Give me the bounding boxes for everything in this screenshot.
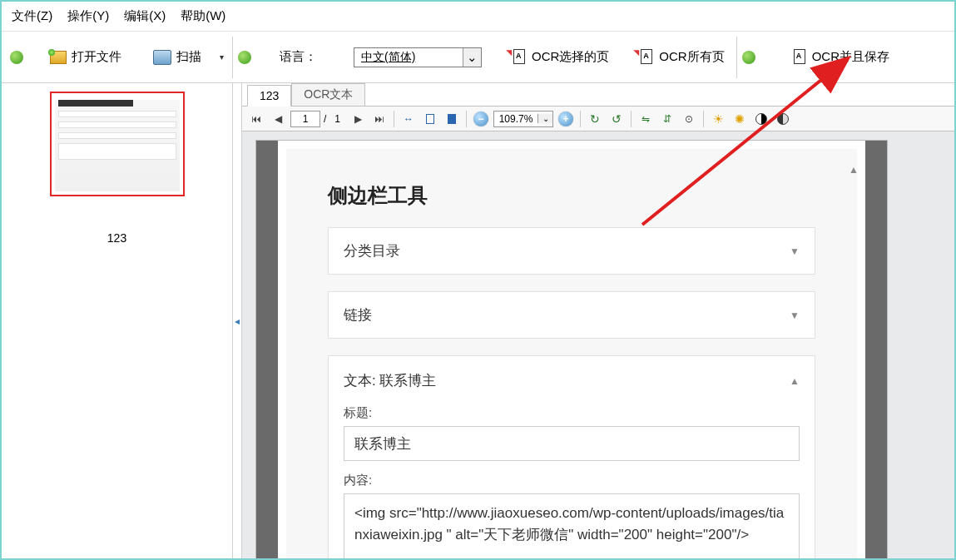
language-select[interactable]: 中文(简体) ⌄ bbox=[354, 47, 482, 67]
right-pane: 123 OCR文本 ⏮ ◀ / 1 ▶ ⏭ ↔ − ⌄ bbox=[241, 83, 954, 558]
ocr-page-icon bbox=[510, 49, 527, 66]
step-2-icon bbox=[238, 51, 251, 64]
scan-button[interactable]: 扫描 bbox=[146, 46, 208, 68]
tab-image[interactable]: 123 bbox=[247, 85, 291, 107]
zoom-value[interactable] bbox=[494, 113, 537, 125]
tab-ocr-text[interactable]: OCR文本 bbox=[291, 83, 365, 106]
rotate-right-button[interactable]: ↺ bbox=[607, 110, 626, 128]
ocr-save-button[interactable]: OCR并且保存 bbox=[784, 46, 896, 69]
main-toolbar: 打开文件 扫描 ▾ 语言： 中文(简体) ⌄ OCR选择的页 bbox=[2, 32, 954, 83]
deskew-button[interactable]: ⊙ bbox=[680, 110, 698, 128]
actual-size-button[interactable] bbox=[443, 110, 461, 128]
step-1-icon bbox=[10, 51, 23, 64]
splitter-arrow-icon: ◂ bbox=[235, 315, 240, 327]
ocr-selected-label: OCR选择的页 bbox=[532, 49, 609, 65]
accordion-categories[interactable]: 分类目录 ▼ bbox=[328, 227, 815, 275]
ocr-save-icon bbox=[790, 49, 807, 66]
flip-v-button[interactable]: ⇵ bbox=[658, 110, 676, 128]
menu-action[interactable]: 操作(Y) bbox=[66, 5, 111, 27]
chevron-down-icon: ▼ bbox=[790, 245, 800, 257]
document-scroll[interactable]: 侧边栏工具 分类目录 ▼ 链接 ▼ 文本: 联 bbox=[242, 131, 954, 558]
page-total: 1 bbox=[329, 113, 345, 125]
document-viewer: 侧边栏工具 分类目录 ▼ 链接 ▼ 文本: 联 bbox=[242, 131, 954, 558]
first-page-button[interactable]: ⏮ bbox=[247, 110, 265, 128]
step1-group bbox=[10, 51, 23, 64]
brightness-up-button[interactable]: ☀ bbox=[709, 110, 727, 128]
open-file-button[interactable]: 打开文件 bbox=[43, 46, 128, 68]
thumbnail-selected[interactable] bbox=[50, 92, 185, 196]
menubar: 文件(Z) 操作(Y) 编辑(X) 帮助(W) bbox=[2, 2, 954, 32]
page-number-input[interactable] bbox=[290, 111, 320, 127]
scan-label: 扫描 bbox=[176, 49, 201, 65]
app-window: 文件(Z) 操作(Y) 编辑(X) 帮助(W) 打开文件 扫描 ▾ bbox=[0, 0, 956, 560]
rotate-left-button[interactable]: ↻ bbox=[586, 110, 604, 128]
menu-edit[interactable]: 编辑(X) bbox=[122, 5, 167, 27]
toolbar-separator-2 bbox=[736, 37, 737, 78]
language-label: 语言： bbox=[280, 49, 317, 65]
menu-file[interactable]: 文件(Z) bbox=[10, 5, 54, 27]
open-file-icon bbox=[50, 51, 67, 64]
menu-help[interactable]: 帮助(W) bbox=[179, 5, 227, 27]
chevron-down-icon: ▼ bbox=[790, 310, 800, 321]
content-field-label: 内容: bbox=[344, 473, 800, 488]
ocr-selected-button[interactable]: OCR选择的页 bbox=[503, 46, 616, 69]
ocr-all-button[interactable]: OCR所有页 bbox=[631, 46, 731, 69]
text-widget-header[interactable]: 文本: 联系博主 ▲ bbox=[344, 371, 800, 390]
open-file-label: 打开文件 bbox=[72, 49, 121, 65]
accordion-links[interactable]: 链接 ▼ bbox=[328, 291, 815, 339]
language-dropdown-icon[interactable]: ⌄ bbox=[463, 48, 481, 67]
thumbnail-label: 123 bbox=[107, 231, 126, 245]
zoom-dropdown-icon[interactable]: ⌄ bbox=[537, 114, 552, 123]
thumbnail-preview bbox=[55, 100, 180, 191]
accordion-categories-label: 分类目录 bbox=[344, 241, 400, 260]
zoom-out-button[interactable]: − bbox=[472, 110, 490, 128]
step-3-icon bbox=[742, 51, 755, 64]
text-widget: 文本: 联系博主 ▲ 标题: 内容: <img src="http://www.… bbox=[328, 355, 815, 558]
accordion-links-label: 链接 bbox=[344, 305, 372, 325]
fit-width-button[interactable]: ↔ bbox=[399, 110, 418, 128]
content-field-textarea[interactable]: <img src="http://www.jiaoxueseo.com/wp-c… bbox=[344, 493, 800, 558]
title-field-input[interactable] bbox=[344, 426, 800, 461]
page-canvas: 侧边栏工具 分类目录 ▼ 链接 ▼ 文本: 联 bbox=[255, 140, 888, 558]
page-separator: / bbox=[324, 113, 326, 125]
zoom-in-button[interactable]: + bbox=[557, 110, 575, 128]
last-page-button[interactable]: ⏭ bbox=[370, 110, 389, 128]
sidebar-widgets-heading: 侧边栏工具 bbox=[328, 182, 815, 209]
thumbnail-pane: 123 bbox=[2, 83, 233, 558]
next-page-button[interactable]: ▶ bbox=[349, 110, 367, 128]
collapse-all-icon[interactable]: ▲ bbox=[849, 164, 859, 176]
scan-dropdown-icon[interactable]: ▾ bbox=[216, 52, 227, 62]
grayscale-button[interactable] bbox=[774, 110, 792, 128]
toolbar-separator bbox=[232, 37, 233, 78]
scan-icon bbox=[153, 50, 171, 65]
chevron-up-icon: ▲ bbox=[790, 375, 800, 387]
view-toolbar: ⏮ ◀ / 1 ▶ ⏭ ↔ − ⌄ + ↻ ↺ bbox=[242, 107, 954, 131]
zoom-select[interactable]: ⌄ bbox=[493, 111, 553, 127]
ocr-all-label: OCR所有页 bbox=[659, 49, 724, 65]
document-tabs: 123 OCR文本 bbox=[242, 83, 954, 107]
flip-h-button[interactable]: ⇋ bbox=[637, 110, 655, 128]
ocr-all-icon bbox=[637, 49, 654, 66]
prev-page-button[interactable]: ◀ bbox=[269, 110, 287, 128]
contrast-button[interactable] bbox=[752, 110, 770, 128]
text-widget-title: 文本: 联系博主 bbox=[344, 371, 436, 390]
main-area: 123 ◂ 123 OCR文本 ⏮ ◀ / 1 ▶ ⏭ ↔ bbox=[2, 83, 954, 558]
language-value: 中文(简体) bbox=[354, 50, 463, 65]
title-field-label: 标题: bbox=[344, 405, 800, 421]
fit-page-button[interactable] bbox=[421, 110, 439, 128]
brightness-down-button[interactable]: ✺ bbox=[731, 110, 749, 128]
pane-splitter[interactable]: ◂ bbox=[233, 83, 241, 558]
ocr-save-label: OCR并且保存 bbox=[812, 49, 889, 65]
